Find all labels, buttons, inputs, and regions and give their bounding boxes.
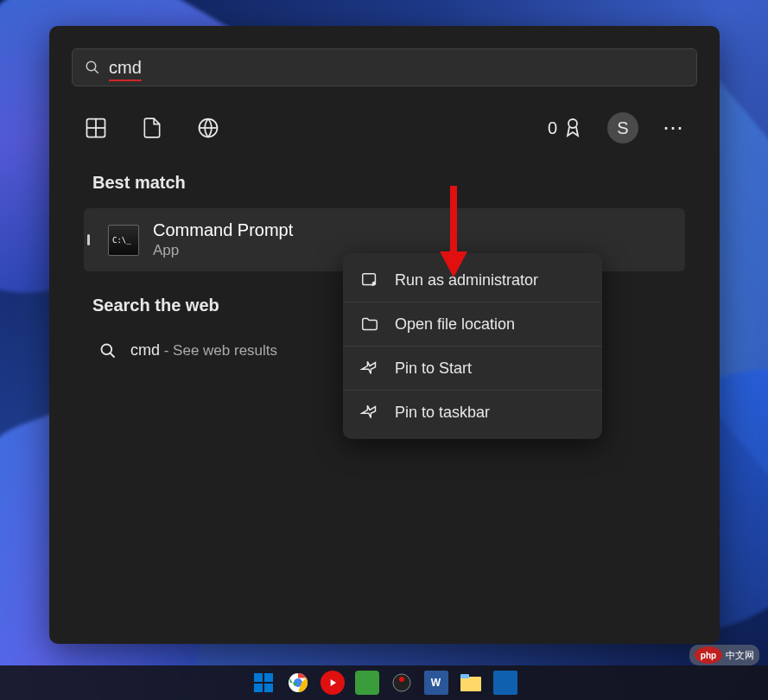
selection-indicator	[87, 234, 90, 245]
svg-point-6	[568, 119, 577, 128]
word-icon[interactable]: W	[424, 671, 448, 695]
user-avatar[interactable]: S	[607, 112, 638, 143]
more-options-icon[interactable]: ⋯	[663, 116, 685, 140]
menu-pin-to-start[interactable]: Pin to Start	[343, 346, 602, 390]
documents-filter-icon[interactable]	[141, 116, 163, 140]
pin-icon	[360, 403, 379, 422]
svg-marker-14	[330, 679, 335, 686]
spellcheck-underline	[109, 80, 142, 81]
menu-item-label: Pin to Start	[395, 360, 472, 378]
web-subtext: - See web results	[160, 342, 277, 359]
svg-line-1	[94, 69, 98, 73]
folder-icon	[360, 315, 379, 334]
svg-line-8	[111, 353, 115, 357]
watermark: php 中文网	[689, 645, 759, 665]
result-subtitle: App	[153, 242, 293, 259]
svg-point-0	[86, 61, 96, 71]
svg-point-16	[399, 677, 404, 682]
menu-item-label: Open file location	[395, 315, 515, 334]
svg-point-7	[102, 344, 112, 354]
app-icon-red[interactable]	[321, 671, 345, 695]
command-prompt-icon: C:\_	[108, 225, 139, 256]
menu-run-as-admin[interactable]: Run as administrator	[343, 258, 602, 302]
web-filter-icon[interactable]	[196, 116, 220, 140]
result-title: Command Prompt	[153, 220, 293, 240]
start-button[interactable]	[251, 671, 276, 695]
svg-rect-17	[460, 677, 481, 691]
admin-shield-icon	[360, 270, 379, 290]
menu-item-label: Pin to taskbar	[395, 404, 490, 422]
chrome-icon[interactable]	[286, 671, 310, 695]
php-badge: php	[695, 646, 722, 664]
filter-row: 0 S ⋯	[49, 95, 720, 161]
pin-icon	[360, 359, 379, 378]
menu-open-file-location[interactable]: Open file location	[343, 302, 602, 346]
search-input-value: cmd	[109, 58, 142, 78]
rewards-badge[interactable]: 0	[548, 118, 583, 138]
apps-filter-icon[interactable]	[84, 116, 108, 140]
rewards-count: 0	[548, 118, 557, 138]
menu-pin-to-taskbar[interactable]: Pin to taskbar	[343, 390, 602, 434]
search-input[interactable]: cmd	[72, 48, 697, 86]
context-menu: Run as administrator Open file location …	[343, 253, 602, 439]
best-match-heading: Best match	[92, 173, 685, 193]
menu-item-label: Run as administrator	[395, 271, 538, 290]
watermark-text: 中文网	[726, 649, 754, 662]
web-query: cmd	[130, 341, 160, 359]
taskbar: W	[0, 665, 768, 700]
search-icon	[85, 60, 100, 75]
search-icon	[99, 342, 117, 360]
svg-rect-18	[460, 674, 469, 678]
app-icon-green[interactable]	[355, 671, 379, 695]
app-icon-blue[interactable]	[493, 671, 517, 695]
explorer-icon[interactable]	[459, 671, 483, 695]
app-icon-dark[interactable]	[390, 671, 414, 695]
